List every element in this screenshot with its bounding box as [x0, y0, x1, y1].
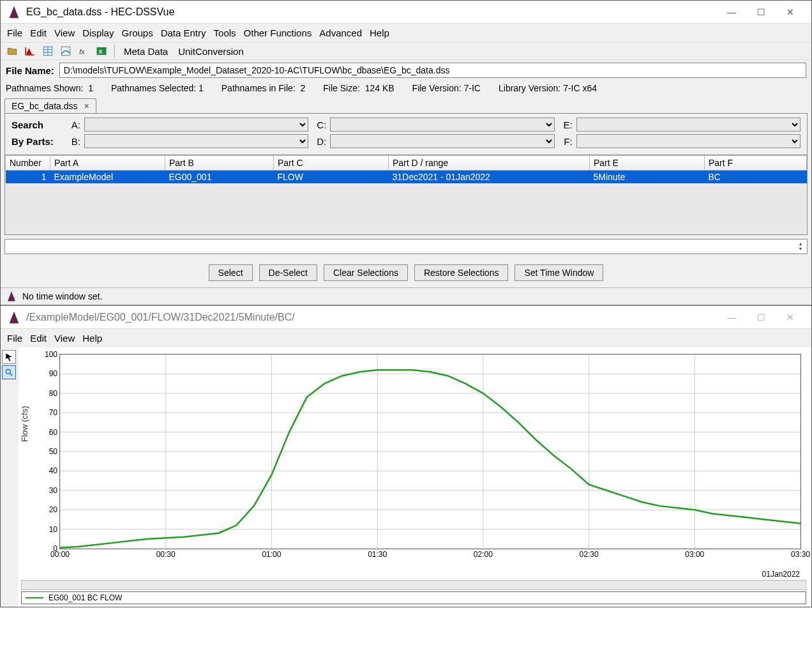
search-panel: Search A: C: E: By Parts: B: D: F:: [4, 113, 808, 155]
app-logo-icon: [7, 5, 21, 19]
menu-display[interactable]: Display: [80, 26, 116, 40]
status-bar: No time window set.: [1, 287, 811, 305]
col-part-d[interactable]: Part D / range: [389, 156, 590, 171]
svg-line-9: [10, 374, 13, 376]
selection-list[interactable]: ▴▾: [4, 239, 808, 254]
table-empty-area: [5, 183, 807, 234]
file-tab[interactable]: EG_bc_data.dss ×: [4, 98, 96, 113]
spinner-icon[interactable]: ▴▾: [795, 241, 806, 252]
cell-part-a: ExampleModel: [50, 171, 165, 184]
lver-value: 7-IC x64: [563, 83, 597, 93]
chart-menu-help[interactable]: Help: [80, 331, 105, 345]
chart-tool-palette: [1, 347, 19, 607]
menu-edit[interactable]: Edit: [27, 26, 49, 40]
cell-part-c: FLOW: [274, 171, 389, 184]
byparts-label: By Parts:: [11, 136, 63, 147]
menu-other-functions[interactable]: Other Functions: [241, 26, 315, 40]
part-c-label: C:: [312, 119, 326, 130]
part-e-select[interactable]: [576, 118, 801, 132]
unitconversion-button[interactable]: UnitConversion: [174, 46, 248, 57]
col-part-e[interactable]: Part E: [590, 156, 705, 171]
restore-selections-button[interactable]: Restore Selections: [414, 264, 509, 281]
selected-value: 1: [199, 83, 204, 93]
y-axis-label: Flow (cfs): [20, 406, 29, 441]
col-part-a[interactable]: Part A: [50, 156, 165, 171]
file-label: File Name:: [6, 65, 54, 76]
cell-part-d: 31Dec2021 - 01Jan2022: [389, 171, 590, 184]
menubar: File Edit View Display Groups Data Entry…: [1, 24, 811, 42]
part-d-select[interactable]: [330, 134, 554, 148]
menu-advanced[interactable]: Advanced: [317, 26, 365, 40]
shown-label: Pathnames Shown:: [6, 83, 83, 93]
menu-file[interactable]: File: [4, 26, 25, 40]
size-value: 124 KB: [365, 83, 395, 93]
menu-data-entry[interactable]: Data Entry: [158, 26, 209, 40]
titlebar: EG_bc_data.dss - HEC-DSSVue — ☐ ✕: [1, 1, 811, 24]
pointer-tool-icon[interactable]: [2, 350, 16, 364]
minimize-button[interactable]: —: [717, 3, 746, 22]
plot-icon[interactable]: [22, 44, 38, 58]
zoom-tool-icon[interactable]: [2, 365, 16, 379]
chart-maximize-button[interactable]: ☐: [746, 308, 776, 327]
toolbar: fx X Meta Data UnitConversion: [1, 42, 811, 60]
chart-menu-file[interactable]: File: [4, 331, 25, 345]
maximize-button[interactable]: ☐: [746, 3, 776, 22]
status-logo-icon: [6, 291, 17, 302]
part-c-select[interactable]: [330, 118, 554, 132]
col-part-b[interactable]: Part B: [165, 156, 274, 171]
menu-view[interactable]: View: [52, 26, 77, 40]
table-row[interactable]: 1 ExampleModel EG00_001 FLOW 31Dec2021 -…: [6, 171, 807, 184]
status-text: No time window set.: [22, 291, 102, 301]
lver-label: Library Version:: [499, 83, 560, 93]
search-label: Search: [11, 119, 63, 130]
menu-tools[interactable]: Tools: [211, 26, 239, 40]
metadata-button[interactable]: Meta Data: [120, 46, 172, 57]
col-part-f[interactable]: Part F: [705, 156, 807, 171]
select-button[interactable]: Select: [209, 264, 253, 281]
menu-help[interactable]: Help: [367, 26, 392, 40]
window-title: EG_bc_data.dss - HEC-DSSVue: [26, 6, 174, 18]
selected-label: Pathnames Selected:: [111, 83, 196, 93]
part-f-select[interactable]: [576, 134, 801, 148]
part-e-label: E:: [559, 119, 573, 130]
main-window: EG_bc_data.dss - HEC-DSSVue — ☐ ✕ File E…: [0, 0, 812, 607]
open-icon[interactable]: [4, 44, 20, 58]
file-row: File Name:: [1, 60, 811, 80]
tabulate-icon[interactable]: [40, 44, 56, 58]
tab-close-icon[interactable]: ×: [84, 101, 89, 111]
file-path-input[interactable]: [59, 63, 806, 78]
svg-text:fx: fx: [79, 48, 85, 56]
plot-canvas[interactable]: 010203040506070809010000:0000:3001:0001:…: [59, 354, 801, 549]
part-a-select[interactable]: [84, 118, 308, 132]
excel-icon[interactable]: X: [94, 44, 109, 58]
records-table-wrap: Number Part A Part B Part C Part D / ran…: [4, 155, 808, 235]
chart-close-button[interactable]: ✕: [776, 308, 805, 327]
shown-value: 1: [88, 83, 93, 93]
tabbar: EG_bc_data.dss ×: [1, 98, 811, 113]
clear-selections-button[interactable]: Clear Selections: [324, 264, 408, 281]
chart-legend: EG00_001 BC FLOW: [21, 591, 806, 604]
cell-part-e: 5Minute: [590, 171, 705, 184]
part-d-label: D:: [312, 136, 326, 147]
cell-part-b: EG00_001: [165, 171, 274, 184]
chart-scrollbar[interactable]: [21, 580, 806, 590]
action-buttons: Select De-Select Clear Selections Restor…: [1, 258, 811, 287]
chart-minimize-button[interactable]: —: [717, 308, 746, 327]
cell-part-f: BC: [705, 171, 807, 184]
col-number[interactable]: Number: [6, 156, 50, 171]
infile-label: Pathnames in File:: [222, 83, 296, 93]
close-button[interactable]: ✕: [776, 3, 805, 22]
deselect-button[interactable]: De-Select: [259, 264, 317, 281]
records-table[interactable]: Number Part A Part B Part C Part D / ran…: [5, 155, 807, 183]
chart-menu-edit[interactable]: Edit: [27, 331, 49, 345]
part-b-select[interactable]: [84, 134, 308, 148]
fver-label: File Version:: [412, 83, 462, 93]
function-icon[interactable]: fx: [76, 44, 91, 58]
menu-groups[interactable]: Groups: [119, 26, 155, 40]
legend-label: EG00_001 BC FLOW: [49, 593, 122, 602]
chart-logo-icon: [7, 310, 21, 324]
col-part-c[interactable]: Part C: [274, 156, 389, 171]
chart-menu-view[interactable]: View: [52, 331, 77, 345]
graphics-icon[interactable]: [58, 44, 73, 58]
set-time-window-button[interactable]: Set Time Window: [515, 264, 603, 281]
